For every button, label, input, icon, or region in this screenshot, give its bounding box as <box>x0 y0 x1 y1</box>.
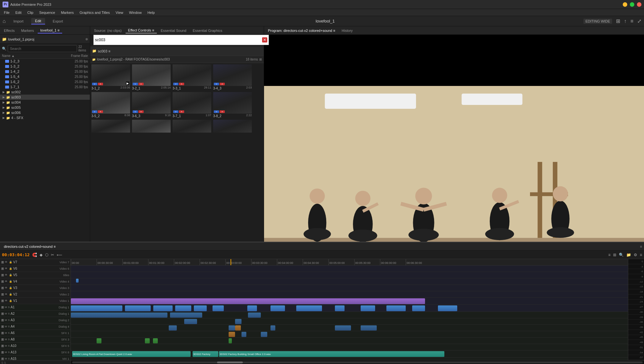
folder-grid-icon[interactable]: ⊞ <box>259 58 262 61</box>
track-a2-s[interactable]: S <box>8 312 10 315</box>
clip-v5-marker[interactable] <box>76 279 79 283</box>
window-controls[interactable] <box>623 2 641 7</box>
clip-v1-6[interactable] <box>213 305 224 311</box>
track-a15-m[interactable]: M <box>5 357 7 360</box>
tl-add-marker-icon[interactable]: ⬡ <box>45 253 48 257</box>
thumb-3-4-3[interactable]: V A 3-4_3 2:03 <box>213 64 252 90</box>
maximize-button[interactable] <box>630 2 634 7</box>
folder-item-sc004[interactable]: ▶ 📁 sc004 <box>0 100 90 105</box>
track-vis-v4[interactable]: 👁 <box>5 280 8 283</box>
clip-a6-1[interactable] <box>97 338 101 343</box>
timeline-scrollbar-thumb[interactable] <box>217 361 243 363</box>
clip-v1-4[interactable] <box>175 305 191 311</box>
track-a6-s[interactable]: S <box>8 331 10 334</box>
clip-a3-4[interactable] <box>335 325 351 331</box>
tl-razor-icon[interactable]: ✂ <box>51 253 54 257</box>
clip-v1-8[interactable] <box>270 305 285 311</box>
list-item[interactable]: 1-2_3 25.00 fps <box>0 59 90 64</box>
track-v4-row[interactable] <box>71 285 628 291</box>
list-item[interactable]: 1-6_2 25.00 fps <box>0 79 90 84</box>
clip-a10-factory-building[interactable]: 3DS02 Factory Building Small Office 2.0.… <box>219 351 444 357</box>
search-overlay-input[interactable] <box>95 38 262 42</box>
clip-v1-1[interactable] <box>71 305 122 311</box>
track-a13-row[interactable] <box>71 358 628 360</box>
clip-a1-3[interactable] <box>248 313 261 318</box>
track-a4-row[interactable] <box>71 331 628 338</box>
clip-a10-factory[interactable]: 3DS02 Factory <box>193 351 218 357</box>
menu-graphics[interactable]: Graphics and Titles <box>77 10 112 15</box>
track-lock-v6[interactable]: 🔒 <box>9 267 12 270</box>
track-a4-s[interactable]: S <box>8 325 10 328</box>
thumb-partial-3[interactable] <box>173 120 211 133</box>
tab-effects[interactable]: Effects <box>1 28 17 33</box>
tab-source[interactable]: Source: (no clips) <box>91 28 124 33</box>
track-vis-v5[interactable]: 👁 <box>5 274 8 277</box>
tl-more-icon[interactable]: ≡ <box>640 253 642 257</box>
menu-sequence[interactable]: Sequence <box>37 10 58 15</box>
tl-snap-icon[interactable]: 🧲 <box>32 253 37 257</box>
menu-edit[interactable]: Edit <box>13 10 24 15</box>
tab-essential-sound[interactable]: Essential Sound <box>158 28 189 33</box>
clip-v1-14[interactable] <box>438 305 457 311</box>
clip-v1-5[interactable] <box>194 305 207 311</box>
track-a2-m[interactable]: M <box>5 312 7 315</box>
track-vis-v3[interactable]: 👁 <box>5 286 8 290</box>
track-lock-v4[interactable]: 🔒 <box>9 280 12 283</box>
list-item[interactable]: 1-7_1 25.00 fps <box>0 84 90 89</box>
share-icon[interactable]: ↑ <box>624 18 627 24</box>
track-v7-row[interactable] <box>71 266 628 272</box>
folder-item-sc006[interactable]: ▶ 📁 sc006 <box>0 110 90 115</box>
menu-window[interactable]: Window <box>127 10 144 15</box>
clip-v1-9[interactable] <box>296 305 322 311</box>
track-v2-row[interactable] <box>71 298 628 305</box>
clip-v2-main[interactable] <box>71 298 425 304</box>
thumb-3-2-1[interactable]: V A 3-2_1 2:05:14 <box>132 64 171 90</box>
search-close-button[interactable]: ✕ <box>262 37 267 42</box>
clip-a10-living-room[interactable]: 3DS02 Living Room A Flat Downtown Quiet … <box>72 351 191 357</box>
clip-a4-marker[interactable] <box>229 332 235 337</box>
clip-v1-13[interactable] <box>412 305 425 311</box>
track-a3-m[interactable]: M <box>5 319 7 322</box>
clip-a1-main[interactable] <box>71 313 167 318</box>
list-item[interactable]: 1-5_4 25.00 fps <box>0 74 90 79</box>
layout-icon[interactable]: ⊞ <box>616 18 620 24</box>
clip-v1-10[interactable] <box>335 305 345 311</box>
menu-clip[interactable]: Clip <box>25 10 36 15</box>
track-a1-row[interactable] <box>71 312 628 318</box>
track-vis-v1[interactable]: 👁 <box>5 299 8 303</box>
folder-item-sc003[interactable]: ▶ 📁 sc003 <box>0 95 90 100</box>
thumb-partial-2[interactable] <box>132 120 171 133</box>
minimize-button[interactable] <box>623 2 627 7</box>
thumb-3-8-2[interactable]: V A 3-8_2 2:22 <box>213 92 252 118</box>
tab-project[interactable]: lovefool_1 ≡ <box>38 28 62 33</box>
tl-marker-icon[interactable]: ◆ <box>40 253 43 257</box>
tab-markers[interactable]: Markers <box>18 28 36 33</box>
thumb-partial-4[interactable] <box>213 120 252 133</box>
thumb-3-6-3[interactable]: V A 3-6_3 9:18 <box>132 92 171 118</box>
track-vis-v7[interactable]: 👁 <box>5 261 8 264</box>
track-a8-row[interactable] <box>71 344 628 350</box>
folder-item-sfx[interactable]: ▶ 📁 4 - SFX <box>0 115 90 120</box>
tab-timeline[interactable]: directors-cut-v2 colored+sound ≡ <box>2 244 58 249</box>
track-lock-v5[interactable]: 🔒 <box>9 274 12 277</box>
clip-a3-marker[interactable] <box>235 325 241 331</box>
clip-a6-3[interactable] <box>153 338 158 343</box>
workspace-label[interactable]: EDITING WIDE <box>583 19 612 24</box>
close-button[interactable] <box>637 2 641 7</box>
panel-icon[interactable]: ≡ <box>630 18 633 24</box>
tab-export[interactable]: Export <box>49 18 67 24</box>
tab-import[interactable]: Import <box>10 18 27 24</box>
track-v1-row[interactable] <box>71 305 628 312</box>
track-a8-m[interactable]: M <box>5 338 7 341</box>
track-v5-row[interactable] <box>71 278 628 285</box>
clip-v1-3[interactable] <box>153 305 173 311</box>
track-a4-m[interactable]: M <box>5 325 7 328</box>
track-a3-row[interactable] <box>71 325 628 331</box>
track-lock-v2[interactable]: 🔒 <box>9 293 12 296</box>
track-a2-row[interactable] <box>71 318 628 325</box>
tab-program-monitor[interactable]: Program: directors-cut-v2 colored+sound … <box>265 28 338 33</box>
list-item[interactable]: 1-4_2 25.00 fps <box>0 69 90 74</box>
clip-a1-2[interactable] <box>170 313 202 318</box>
tab-effect-controls[interactable]: Effect Controls ≡ <box>126 28 157 33</box>
timeline-tracks-area[interactable]: 00:00 00:00:30:00 00:01:00:00 00:01:30:0… <box>71 259 628 360</box>
